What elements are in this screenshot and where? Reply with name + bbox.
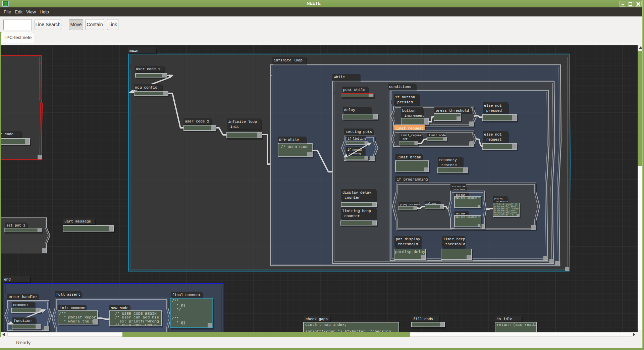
svg-text:sprintf((char *) &TxBuffer, "c: sprintf((char *) &TxBuffer, "checking — [305, 329, 391, 332]
svg-text:* @}: * @} — [172, 303, 185, 307]
svg-text:comment: comment — [13, 303, 29, 307]
svg-text:if limiting: if limiting — [348, 137, 366, 140]
svg-text:pressed: pressed — [395, 100, 413, 104]
svg-text:check gaps: check gaps — [306, 317, 328, 321]
svg-text:set pot 2: set pot 2 — [6, 223, 25, 228]
svg-text:return (acc_readi: return (acc_readi — [497, 322, 536, 327]
svg-text:locations: locations — [452, 188, 465, 191]
svg-text:pot display: pot display — [396, 237, 420, 241]
svg-text:function: function — [14, 319, 32, 323]
svg-text:main: main — [129, 49, 138, 53]
svg-text:limit request: limit request — [395, 127, 424, 131]
svg-text:pressed: pressed — [484, 109, 502, 113]
svg-text:limit break: limit break — [397, 155, 421, 159]
svg-text:/* USER CODE: /* USER CODE — [281, 145, 309, 149]
svg-text:potdisp_delay: potdisp_delay — [395, 250, 425, 254]
svg-text:prgmg increment: prgmg increment — [400, 203, 420, 206]
svg-text:threshold: threshold — [396, 242, 418, 246]
svg-text:delay: delay — [344, 108, 355, 112]
svg-text:request: request — [484, 138, 502, 142]
svg-text:*/: */ — [172, 307, 181, 312]
svg-text:if programming: if programming — [397, 178, 428, 182]
svg-text:button: button — [402, 109, 416, 113]
svg-text:set max: set max — [456, 212, 465, 215]
svg-text:prgrmg: prgrmg — [494, 197, 502, 200]
svg-text:error handler: error handler — [9, 295, 38, 299]
svg-text:user code 1: user code 1 — [136, 67, 160, 71]
svg-text:else not: else not — [484, 133, 502, 137]
svg-text:uart message: uart message — [64, 219, 91, 223]
svg-text:limit_request: limit_request — [401, 134, 423, 137]
svg-text:full assert: full assert — [56, 293, 80, 297]
svg-text:post-while: post-while — [343, 88, 365, 92]
svg-text:val map: val map — [426, 202, 436, 205]
svg-text:limiting beep: limiting beep — [342, 209, 371, 213]
svg-text:end: end — [4, 278, 11, 282]
svg-text:min_pot_location =: min_pot_location = — [455, 197, 480, 199]
svg-text:press threshold: press threshold — [436, 109, 469, 113]
svg-text:setting pots: setting pots — [345, 130, 372, 134]
svg-text:set min: set min — [456, 194, 465, 196]
svg-text:counter: counter — [342, 214, 360, 218]
svg-text:* @}: * @} — [172, 320, 185, 325]
svg-text:final comment: final comment — [172, 293, 201, 297]
svg-text:init: init — [228, 125, 239, 129]
svg-text:min and max: min and max — [452, 185, 467, 188]
svg-text:while: while — [334, 75, 345, 79]
svg-text:uint8_t map_index;: uint8_t map_index; — [305, 322, 347, 327]
svg-text:display delay: display delay — [342, 191, 371, 195]
svg-text:pre-while: pre-while — [279, 138, 299, 142]
svg-text:increment: increment — [402, 114, 424, 118]
svg-text:New Node: New Node — [111, 306, 128, 310]
svg-text:gap_counter = 0;: gap_counter = 0; — [494, 214, 515, 216]
svg-text:infinite loop: infinite loop — [274, 58, 303, 62]
svg-text:mcu config: mcu config — [135, 86, 157, 90]
svg-text:set: set — [401, 138, 408, 141]
svg-text:/**: /** — [172, 316, 179, 320]
svg-text:counter: counter — [342, 196, 360, 200]
svg-text:* where the ass: * where the ass — [59, 319, 98, 323]
svg-text:conditions: conditions — [389, 85, 411, 89]
svg-text:is idle: is idle — [497, 317, 512, 321]
svg-text:er code: er code — [1, 132, 13, 136]
svg-text:else not: else not — [484, 104, 502, 108]
svg-text:max_pot_location =: max_pot_location = — [455, 216, 480, 218]
svg-text:limit mode: limit mode — [429, 134, 446, 137]
svg-text:init comment: init comment — [60, 306, 86, 310]
svg-text:restore: restore — [439, 163, 457, 167]
svg-text:fill ends: fill ends — [413, 317, 433, 321]
svg-text:user code 2: user code 2 — [185, 119, 209, 123]
svg-text:recovery: recovery — [439, 158, 457, 162]
svg-text:/**: /** — [172, 299, 179, 303]
svg-text:infinite loop: infinite loop — [228, 120, 257, 124]
svg-text:limit beep: limit beep — [443, 237, 465, 241]
svg-text:threshold: threshold — [443, 242, 465, 246]
svg-text:if button: if button — [395, 95, 415, 99]
svg-text:threshold: threshold — [494, 200, 508, 203]
